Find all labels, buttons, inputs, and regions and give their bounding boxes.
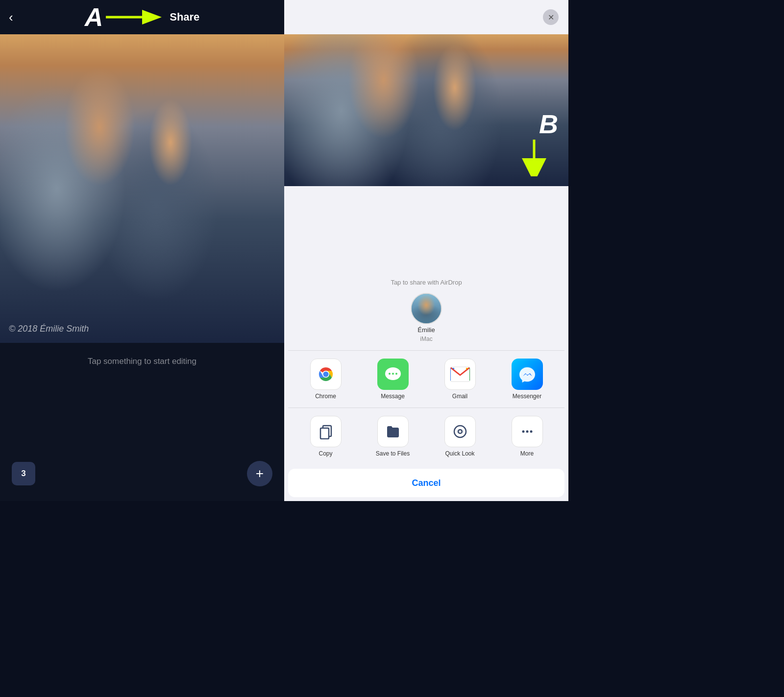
save-to-files-icon-box (377, 416, 409, 447)
svg-point-12 (395, 373, 397, 375)
action-more[interactable]: More (495, 416, 559, 457)
svg-point-11 (392, 373, 394, 375)
save-to-files-label: Save to Files (376, 450, 410, 457)
chrome-icon (315, 363, 337, 385)
app-item-message[interactable]: Message (361, 359, 424, 400)
airdrop-person[interactable]: Émilie iMac (296, 291, 557, 345)
apps-row: Chrome Message (288, 351, 564, 408)
annotation-a-label: A (85, 2, 102, 32)
quick-look-icon (452, 424, 468, 439)
svg-point-25 (530, 431, 532, 433)
svg-point-10 (389, 373, 391, 375)
more-icon (519, 424, 535, 439)
couple-photo: © 2018 Émilie Smith (0, 34, 284, 343)
app-item-messenger[interactable]: Messenger (495, 359, 559, 400)
message-icon (384, 365, 402, 384)
gmail-icon-box (444, 359, 476, 390)
share-main-card: Tap to share with AirDrop Émilie iMac (288, 272, 564, 465)
app-item-chrome[interactable]: Chrome (294, 359, 357, 400)
gmail-icon (450, 366, 470, 382)
quick-look-icon-box (444, 416, 476, 447)
bottom-toolbar: 3 + (0, 461, 284, 501)
action-quick-look[interactable]: Quick Look (428, 416, 491, 457)
right-panel: ✕ B Tap to share with AirDrop Émilie iMa… (284, 0, 568, 501)
layer-badge[interactable]: 3 (12, 462, 35, 485)
app-item-gmail[interactable]: Gmail (428, 359, 491, 400)
actions-row: Copy Save to Files (288, 408, 564, 465)
left-panel: ‹ A Share © 2018 Émilie Smith Tap someth… (0, 0, 284, 501)
action-copy[interactable]: Copy (294, 416, 357, 457)
copy-icon (318, 424, 334, 439)
quick-look-label: Quick Look (445, 450, 474, 457)
back-button[interactable]: ‹ (9, 10, 13, 25)
message-label: Message (381, 393, 405, 400)
cancel-button[interactable]: Cancel (288, 469, 564, 497)
messenger-icon-box (512, 359, 543, 390)
share-label: Share (170, 11, 199, 24)
chrome-label: Chrome (315, 393, 336, 400)
messenger-label: Messenger (513, 393, 541, 400)
svg-point-23 (522, 431, 524, 433)
photo-watermark: © 2018 Émilie Smith (9, 324, 89, 334)
airdrop-name: Émilie (417, 326, 435, 334)
svg-point-24 (526, 431, 528, 433)
close-button[interactable]: ✕ (543, 9, 559, 25)
svg-point-22 (459, 431, 461, 433)
header-annotation: A Share (85, 2, 200, 32)
annotation-arrow-a (104, 5, 168, 29)
gmail-label: Gmail (452, 393, 467, 400)
cancel-label: Cancel (412, 478, 441, 488)
airdrop-section: Tap to share with AirDrop Émilie iMac (288, 272, 564, 351)
message-icon-box (377, 359, 409, 390)
more-label: More (520, 450, 534, 457)
right-couple-photo (284, 34, 568, 186)
add-button[interactable]: + (247, 461, 272, 486)
airdrop-avatar (411, 293, 442, 324)
share-sheet: Tap to share with AirDrop Émilie iMac (284, 272, 568, 501)
more-icon-box (512, 416, 543, 447)
airdrop-device: iMac (420, 336, 432, 342)
copy-icon-box (310, 416, 342, 447)
save-to-files-icon (385, 424, 401, 439)
right-header: ✕ (284, 0, 568, 34)
svg-point-7 (323, 372, 328, 377)
left-header: ‹ A Share (0, 0, 284, 34)
left-image-container: © 2018 Émilie Smith Tap something to sta… (0, 34, 284, 461)
messenger-icon (517, 364, 537, 384)
chrome-icon-box (310, 359, 342, 390)
action-save-to-files[interactable]: Save to Files (361, 416, 424, 457)
edit-hint: Tap something to start editing (0, 343, 284, 380)
airdrop-hint: Tap to share with AirDrop (296, 279, 557, 286)
svg-rect-18 (320, 428, 329, 439)
copy-label: Copy (318, 450, 332, 457)
